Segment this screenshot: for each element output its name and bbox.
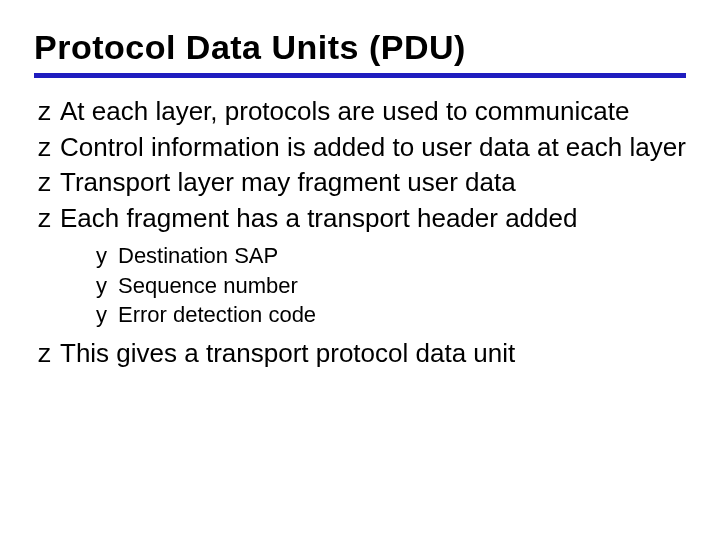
list-item-text: This gives a transport protocol data uni…: [60, 338, 515, 368]
bullet-icon: y: [96, 300, 118, 330]
list-item: zEach fragment has a transport header ad…: [38, 203, 686, 330]
slide: Protocol Data Units (PDU) zAt each layer…: [0, 0, 720, 540]
list-item: zControl information is added to user da…: [38, 132, 686, 164]
list-item-text: Control information is added to user dat…: [60, 132, 686, 162]
bullet-icon: z: [38, 338, 60, 370]
slide-title: Protocol Data Units (PDU): [34, 28, 686, 78]
list-item-text: Sequence number: [118, 273, 298, 298]
bullet-icon: y: [96, 241, 118, 271]
bullet-icon: z: [38, 167, 60, 199]
list-item-text: Each fragment has a transport header add…: [60, 203, 577, 233]
list-item: zAt each layer, protocols are used to co…: [38, 96, 686, 128]
list-item: yError detection code: [96, 300, 686, 330]
list-item: yDestination SAP: [96, 241, 686, 271]
bullet-list: zAt each layer, protocols are used to co…: [34, 96, 686, 370]
bullet-icon: z: [38, 203, 60, 235]
sub-bullet-list: yDestination SAP ySequence number yError…: [64, 241, 686, 330]
list-item: zTransport layer may fragment user data: [38, 167, 686, 199]
list-item-text: Error detection code: [118, 302, 316, 327]
bullet-icon: z: [38, 96, 60, 128]
list-item-text: Destination SAP: [118, 243, 278, 268]
list-item: ySequence number: [96, 271, 686, 301]
bullet-icon: z: [38, 132, 60, 164]
bullet-icon: y: [96, 271, 118, 301]
list-item: zThis gives a transport protocol data un…: [38, 338, 686, 370]
list-item-text: At each layer, protocols are used to com…: [60, 96, 629, 126]
list-item-text: Transport layer may fragment user data: [60, 167, 516, 197]
